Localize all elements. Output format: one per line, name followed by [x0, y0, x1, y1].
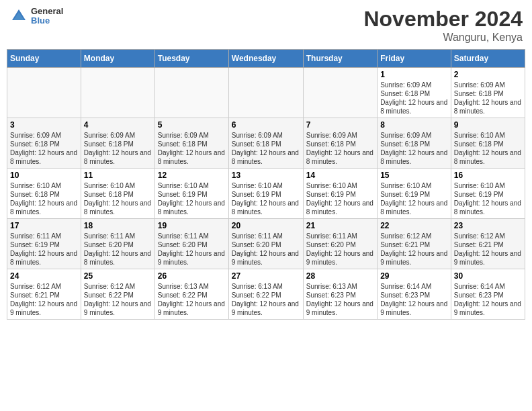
day-number: 4 [84, 120, 152, 130]
day-number: 29 [380, 271, 448, 281]
calendar-cell: 27Sunrise: 6:13 AM Sunset: 6:22 PM Dayli… [228, 269, 303, 320]
day-info: Sunrise: 6:09 AM Sunset: 6:18 PM Dayligh… [10, 131, 78, 166]
calendar-cell: 21Sunrise: 6:11 AM Sunset: 6:20 PM Dayli… [303, 219, 377, 269]
day-info: Sunrise: 6:10 AM Sunset: 6:19 PM Dayligh… [306, 181, 374, 216]
day-info: Sunrise: 6:09 AM Sunset: 6:18 PM Dayligh… [232, 131, 300, 166]
day-number: 2 [454, 70, 522, 79]
day-info: Sunrise: 6:14 AM Sunset: 6:23 PM Dayligh… [380, 282, 448, 317]
calendar-week-3: 10Sunrise: 6:10 AM Sunset: 6:18 PM Dayli… [7, 169, 525, 219]
day-number: 30 [454, 271, 522, 281]
day-info: Sunrise: 6:10 AM Sunset: 6:18 PM Dayligh… [454, 131, 522, 166]
day-number: 11 [84, 171, 152, 180]
day-number: 6 [232, 120, 300, 130]
calendar-cell [7, 68, 81, 118]
day-info: Sunrise: 6:09 AM Sunset: 6:18 PM Dayligh… [380, 131, 448, 166]
month-title: November 2024 [363, 7, 523, 32]
calendar-cell: 30Sunrise: 6:14 AM Sunset: 6:23 PM Dayli… [451, 269, 525, 320]
day-info: Sunrise: 6:11 AM Sunset: 6:20 PM Dayligh… [232, 232, 300, 267]
calendar-cell: 6Sunrise: 6:09 AM Sunset: 6:18 PM Daylig… [228, 118, 303, 169]
day-number: 8 [380, 120, 448, 130]
logo-text: General Blue [31, 7, 63, 26]
day-info: Sunrise: 6:12 AM Sunset: 6:21 PM Dayligh… [380, 232, 448, 267]
calendar-cell: 17Sunrise: 6:11 AM Sunset: 6:19 PM Dayli… [7, 219, 81, 269]
day-number: 19 [158, 221, 226, 230]
weekday-header-friday: Friday [378, 50, 451, 68]
day-info: Sunrise: 6:10 AM Sunset: 6:19 PM Dayligh… [380, 181, 448, 216]
calendar-cell: 10Sunrise: 6:10 AM Sunset: 6:18 PM Dayli… [7, 169, 81, 219]
location: Wanguru, Kenya [363, 32, 523, 44]
calendar-cell: 9Sunrise: 6:10 AM Sunset: 6:18 PM Daylig… [451, 118, 525, 169]
day-info: Sunrise: 6:10 AM Sunset: 6:18 PM Dayligh… [84, 181, 152, 216]
calendar-cell [228, 68, 303, 118]
day-number: 27 [232, 271, 300, 281]
day-number: 15 [380, 171, 448, 180]
day-number: 25 [84, 271, 152, 281]
calendar-week-4: 17Sunrise: 6:11 AM Sunset: 6:19 PM Dayli… [7, 219, 525, 269]
day-info: Sunrise: 6:10 AM Sunset: 6:19 PM Dayligh… [158, 181, 226, 216]
day-number: 7 [306, 120, 374, 130]
day-info: Sunrise: 6:10 AM Sunset: 6:18 PM Dayligh… [10, 181, 78, 216]
day-number: 26 [158, 271, 226, 281]
calendar-cell [303, 68, 377, 118]
day-info: Sunrise: 6:10 AM Sunset: 6:19 PM Dayligh… [232, 181, 300, 216]
logo-icon [9, 7, 28, 26]
calendar-cell: 23Sunrise: 6:12 AM Sunset: 6:21 PM Dayli… [451, 219, 525, 269]
calendar-cell: 24Sunrise: 6:12 AM Sunset: 6:21 PM Dayli… [7, 269, 81, 320]
day-info: Sunrise: 6:12 AM Sunset: 6:21 PM Dayligh… [10, 282, 78, 317]
calendar-cell: 14Sunrise: 6:10 AM Sunset: 6:19 PM Dayli… [303, 169, 377, 219]
weekday-header-sunday: Sunday [7, 50, 81, 68]
calendar-week-2: 3Sunrise: 6:09 AM Sunset: 6:18 PM Daylig… [7, 118, 525, 169]
day-number: 28 [306, 271, 374, 281]
day-info: Sunrise: 6:11 AM Sunset: 6:20 PM Dayligh… [84, 232, 152, 267]
weekday-header-wednesday: Wednesday [228, 50, 303, 68]
day-info: Sunrise: 6:10 AM Sunset: 6:19 PM Dayligh… [454, 181, 522, 216]
day-number: 20 [232, 221, 300, 230]
title-block: November 2024 Wanguru, Kenya [363, 7, 523, 44]
calendar-cell: 12Sunrise: 6:10 AM Sunset: 6:19 PM Dayli… [154, 169, 228, 219]
day-info: Sunrise: 6:13 AM Sunset: 6:22 PM Dayligh… [158, 282, 226, 317]
calendar-cell: 19Sunrise: 6:11 AM Sunset: 6:20 PM Dayli… [154, 219, 228, 269]
calendar-cell: 13Sunrise: 6:10 AM Sunset: 6:19 PM Dayli… [228, 169, 303, 219]
day-number: 9 [454, 120, 522, 130]
calendar-cell: 15Sunrise: 6:10 AM Sunset: 6:19 PM Dayli… [378, 169, 451, 219]
day-number: 3 [10, 120, 78, 130]
weekday-header-row: SundayMondayTuesdayWednesdayThursdayFrid… [7, 50, 525, 68]
calendar-cell: 18Sunrise: 6:11 AM Sunset: 6:20 PM Dayli… [81, 219, 154, 269]
weekday-header-monday: Monday [81, 50, 154, 68]
weekday-header-saturday: Saturday [451, 50, 525, 68]
logo: General Blue [9, 7, 63, 26]
day-info: Sunrise: 6:12 AM Sunset: 6:21 PM Dayligh… [454, 232, 522, 267]
calendar-table: SundayMondayTuesdayWednesdayThursdayFrid… [7, 49, 525, 320]
day-info: Sunrise: 6:14 AM Sunset: 6:23 PM Dayligh… [454, 282, 522, 317]
day-info: Sunrise: 6:11 AM Sunset: 6:19 PM Dayligh… [10, 232, 78, 267]
page-header: General Blue November 2024 Wanguru, Keny… [7, 7, 525, 44]
calendar-cell: 28Sunrise: 6:13 AM Sunset: 6:23 PM Dayli… [303, 269, 377, 320]
calendar-cell: 5Sunrise: 6:09 AM Sunset: 6:18 PM Daylig… [154, 118, 228, 169]
day-info: Sunrise: 6:09 AM Sunset: 6:18 PM Dayligh… [84, 131, 152, 166]
day-number: 10 [10, 171, 78, 180]
calendar-cell: 22Sunrise: 6:12 AM Sunset: 6:21 PM Dayli… [378, 219, 451, 269]
day-info: Sunrise: 6:11 AM Sunset: 6:20 PM Dayligh… [158, 232, 226, 267]
calendar-cell: 11Sunrise: 6:10 AM Sunset: 6:18 PM Dayli… [81, 169, 154, 219]
day-number: 22 [380, 221, 448, 230]
calendar-cell: 3Sunrise: 6:09 AM Sunset: 6:18 PM Daylig… [7, 118, 81, 169]
day-info: Sunrise: 6:13 AM Sunset: 6:23 PM Dayligh… [306, 282, 374, 317]
day-number: 23 [454, 221, 522, 230]
day-number: 17 [10, 221, 78, 230]
calendar-cell: 7Sunrise: 6:09 AM Sunset: 6:18 PM Daylig… [303, 118, 377, 169]
day-number: 14 [306, 171, 374, 180]
calendar-cell: 25Sunrise: 6:12 AM Sunset: 6:22 PM Dayli… [81, 269, 154, 320]
calendar-cell: 20Sunrise: 6:11 AM Sunset: 6:20 PM Dayli… [228, 219, 303, 269]
weekday-header-thursday: Thursday [303, 50, 377, 68]
logo-general: General [31, 7, 63, 16]
day-info: Sunrise: 6:09 AM Sunset: 6:18 PM Dayligh… [454, 81, 522, 116]
day-info: Sunrise: 6:11 AM Sunset: 6:20 PM Dayligh… [306, 232, 374, 267]
calendar-cell: 26Sunrise: 6:13 AM Sunset: 6:22 PM Dayli… [154, 269, 228, 320]
calendar-cell: 4Sunrise: 6:09 AM Sunset: 6:18 PM Daylig… [81, 118, 154, 169]
day-info: Sunrise: 6:09 AM Sunset: 6:18 PM Dayligh… [380, 81, 448, 116]
calendar-cell: 16Sunrise: 6:10 AM Sunset: 6:19 PM Dayli… [451, 169, 525, 219]
calendar-cell [81, 68, 154, 118]
day-number: 5 [158, 120, 226, 130]
calendar-cell [154, 68, 228, 118]
calendar-cell: 29Sunrise: 6:14 AM Sunset: 6:23 PM Dayli… [378, 269, 451, 320]
